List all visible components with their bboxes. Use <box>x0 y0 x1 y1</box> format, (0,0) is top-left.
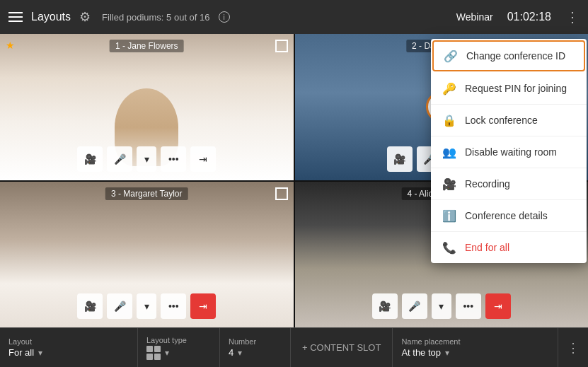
number-label: Number <box>229 337 282 346</box>
cell-1-controls: 🎥 🎤 ▾ ••• ⇥ <box>77 146 216 172</box>
dropdown-menu: 🔗 Change conference ID 🔑 Request PIN for… <box>431 39 587 263</box>
cell-1-checkbox[interactable] <box>275 40 288 52</box>
layout-label: Layout <box>8 337 129 346</box>
cell-3-more-button[interactable]: ••• <box>161 293 186 319</box>
video-cell-3: 3 - Margaret Taylor 🎥 🎤 ▾ ••• ⇥ <box>0 182 294 328</box>
lock-conference-icon: 🔒 <box>442 113 456 127</box>
menu-request-pin-label: Request PIN for joining <box>465 83 567 94</box>
number-value: 4 <box>229 347 234 358</box>
layout-selector[interactable]: Layout For all ▾ <box>0 328 138 367</box>
header-more-button[interactable]: ⋮ <box>565 8 580 25</box>
cell-3-camera-button[interactable]: 🎥 <box>77 293 103 319</box>
cell-3-controls: 🎥 🎤 ▾ ••• ⇥ <box>77 293 216 319</box>
menu-item-conference-details[interactable]: ℹ️ Conference details <box>431 200 587 232</box>
menu-item-disable-waiting-room[interactable]: 👥 Disable waiting room <box>431 136 587 168</box>
toolbar-dots-icon: ⋮ <box>567 340 580 356</box>
cell-2-camera-button[interactable]: 🎥 <box>387 146 413 172</box>
menu-disable-waiting-label: Disable waiting room <box>465 146 557 158</box>
cell-4-chevron-button[interactable]: ▾ <box>432 293 451 319</box>
layout-chevron-icon: ▾ <box>38 348 42 358</box>
layout-type-selector[interactable]: Layout type ▾ <box>138 328 220 367</box>
webinar-label: Webinar <box>456 11 493 23</box>
layout-value: For all <box>8 347 34 358</box>
video-cell-1: ★ 1 - Jane Flowers 🎥 🎤 ▾ ••• ⇥ <box>0 34 294 180</box>
info-icon: i <box>219 11 230 23</box>
menu-recording-label: Recording <box>465 178 510 190</box>
cell-3-exit-button[interactable]: ⇥ <box>190 293 216 319</box>
cell-4-exit-button[interactable]: ⇥ <box>485 293 511 319</box>
gear-icon[interactable]: ⚙ <box>79 9 91 25</box>
menu-end-for-all-label: End for all <box>465 242 509 253</box>
content-slot-label: + CONTENT SLOT <box>302 342 381 353</box>
star-icon: ★ <box>6 40 15 51</box>
conference-details-icon: ℹ️ <box>442 209 456 223</box>
recording-icon: 🎥 <box>442 177 456 191</box>
request-pin-icon: 🔑 <box>442 81 456 95</box>
cell-1-mic-button[interactable]: 🎤 <box>107 146 132 172</box>
menu-lock-conference-label: Lock conference <box>465 115 538 126</box>
disable-waiting-room-icon: 👥 <box>442 145 456 159</box>
cell-3-checkbox[interactable] <box>275 187 288 200</box>
name-placement-chevron-icon: ▾ <box>445 348 449 358</box>
name-placement-label: Name placement <box>401 337 549 346</box>
hamburger-menu-button[interactable] <box>8 12 23 22</box>
cell-1-chevron-button[interactable]: ▾ <box>137 146 156 172</box>
app-title: Layouts <box>31 11 71 23</box>
header: Layouts ⚙ Filled podiums: 5 out of 16 i … <box>0 0 588 34</box>
cell-3-name: 3 - Margaret Taylor <box>105 187 188 200</box>
menu-change-conference-label: Change conference ID <box>466 50 565 62</box>
cell-4-controls: 🎥 🎤 ▾ ••• ⇥ <box>372 293 511 319</box>
cell-1-camera-button[interactable]: 🎥 <box>77 146 103 172</box>
cell-4-mic-button[interactable]: 🎤 <box>402 293 427 319</box>
menu-conference-details-label: Conference details <box>465 210 548 221</box>
number-chevron-icon: ▾ <box>238 348 242 358</box>
cell-1-more-button[interactable]: ••• <box>161 146 186 172</box>
name-placement-selector[interactable]: Name placement At the top ▾ <box>393 328 558 367</box>
cell-4-camera-button[interactable]: 🎥 <box>372 293 398 319</box>
layout-type-chevron-icon: ▾ <box>165 348 169 358</box>
cell-4-more-button[interactable]: ••• <box>456 293 481 319</box>
menu-item-recording[interactable]: 🎥 Recording <box>431 168 587 200</box>
menu-item-end-for-all[interactable]: 📞 End for all <box>431 232 587 263</box>
menu-item-lock-conference[interactable]: 🔒 Lock conference <box>431 105 587 136</box>
cell-3-chevron-button[interactable]: ▾ <box>137 293 156 319</box>
number-selector[interactable]: Number 4 ▾ <box>220 328 291 367</box>
layout-type-label: Layout type <box>146 336 211 344</box>
content-slot-button[interactable]: + CONTENT SLOT <box>291 328 393 367</box>
cell-1-name: 1 - Jane Flowers <box>110 40 184 52</box>
menu-item-change-conference[interactable]: 🔗 Change conference ID <box>432 40 585 71</box>
session-time: 01:02:18 <box>507 11 551 23</box>
change-conference-icon: 🔗 <box>444 49 458 63</box>
name-placement-value: At the top <box>401 347 441 358</box>
toolbar-more-button[interactable]: ⋮ <box>558 328 588 367</box>
cell-1-exit-button[interactable]: ⇥ <box>190 146 216 172</box>
end-for-all-icon: 📞 <box>442 240 456 255</box>
filled-podiums-info: Filled podiums: 5 out of 16 <box>102 12 209 23</box>
cell-3-mic-button[interactable]: 🎤 <box>107 293 132 319</box>
layout-type-grid-icon <box>146 346 161 360</box>
bottom-toolbar: Layout For all ▾ Layout type ▾ Number 4 … <box>0 327 588 367</box>
menu-item-request-pin[interactable]: 🔑 Request PIN for joining <box>431 73 587 105</box>
